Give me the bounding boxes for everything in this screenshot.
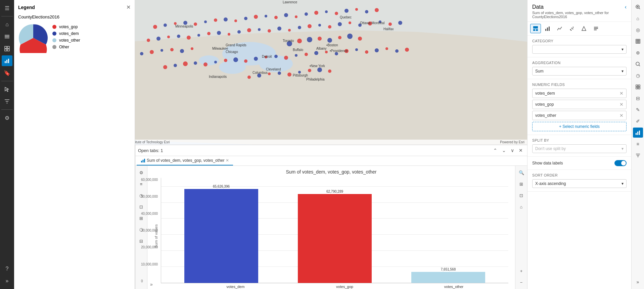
map-screen-btn[interactable]: ⊡ — [517, 191, 526, 200]
rt-layers-icon[interactable] — [633, 36, 643, 46]
bookmark-icon[interactable]: 🔖 — [2, 67, 12, 78]
svg-rect-5 — [5, 49, 7, 51]
basemap-icon[interactable] — [2, 43, 12, 54]
sort-order-dropdown[interactable]: X-axis ascending ▾ — [532, 179, 627, 188]
bar-chart-title: Sum of votes_dem, votes_gop, votes_other — [154, 169, 508, 175]
rt-time-icon[interactable]: ◷ — [633, 70, 643, 81]
svg-point-55 — [277, 27, 281, 31]
rt-zoom-in-icon[interactable] — [633, 2, 643, 12]
show-labels-toggle[interactable] — [614, 160, 627, 166]
map-data-btn[interactable]: ⊞ — [517, 179, 526, 189]
remove-dem-btn[interactable]: ✕ — [619, 91, 624, 96]
dp-tab-table[interactable] — [530, 24, 541, 33]
aggregation-dropdown[interactable]: Sum ▾ — [532, 67, 627, 76]
bar-dem[interactable] — [184, 189, 258, 283]
svg-point-96 — [305, 53, 308, 56]
bar-other[interactable] — [411, 272, 485, 283]
svg-point-49 — [217, 31, 221, 35]
svg-point-93 — [274, 55, 278, 58]
close-chart-btn[interactable]: ✕ — [517, 147, 524, 154]
numeric-fields-section: Numeric fields votes_dem ✕ votes_gop ✕ v… — [527, 79, 631, 135]
legend-dot-other — [52, 45, 56, 49]
rt-search-icon[interactable] — [633, 59, 643, 69]
svg-point-48 — [207, 32, 211, 35]
map-area[interactable]: Minneapolis Milwaukee Grand Rapids Chica… — [14, 0, 527, 289]
svg-point-78 — [327, 38, 332, 43]
category-dropdown[interactable]: ▾ — [532, 45, 627, 54]
map-zoom-in-btn[interactable]: + — [517, 266, 526, 276]
numeric-fields-label: Numeric fields — [532, 83, 627, 87]
svg-rect-3 — [5, 46, 7, 48]
split-by-dropdown[interactable]: Don't use split by ▾ — [532, 144, 627, 153]
legend-items-list: votes_gop votes_dem votes_other Other — [52, 25, 80, 51]
svg-point-36 — [325, 10, 328, 13]
rt-locate-icon[interactable]: ◎ — [633, 25, 643, 35]
menu-icon[interactable]: ☰ — [2, 3, 12, 13]
expand-left-icon[interactable]: » — [2, 276, 12, 286]
settings-icon[interactable]: ⚙ — [2, 112, 12, 123]
remove-gop-btn[interactable]: ✕ — [619, 102, 624, 107]
chart-tab-main[interactable]: Sum of votes_dem, votes_gop, votes_other… — [137, 156, 233, 165]
svg-rect-136 — [141, 161, 142, 162]
toolbar-separator-1 — [1, 16, 13, 16]
show-data-labels-label: Show data labels — [532, 161, 563, 165]
field-name-other: votes_other — [535, 113, 556, 118]
svg-text:Quebec: Quebec — [340, 15, 352, 19]
rt-edit-icon[interactable]: ✎ — [633, 105, 643, 115]
svg-point-66 — [388, 22, 392, 26]
dp-tab-legend[interactable] — [579, 24, 589, 33]
bar-chart-area: Sum of votes_dem, votes_gop, votes_other… — [147, 166, 515, 289]
home-icon[interactable]: ⌂ — [2, 19, 12, 30]
rt-chart-data-icon[interactable] — [633, 128, 643, 138]
svg-rect-170 — [637, 132, 638, 135]
rt-collapse-icon[interactable]: » — [633, 277, 643, 287]
select-icon[interactable] — [2, 84, 12, 95]
field-name-dem: votes_dem — [535, 91, 555, 96]
rt-home-icon[interactable]: ⌂ — [633, 13, 643, 23]
svg-rect-4 — [7, 46, 9, 48]
dp-tab-scatter[interactable] — [566, 24, 577, 33]
map-home-btn[interactable]: ⌂ — [517, 202, 526, 211]
svg-rect-142 — [545, 29, 546, 31]
chart-icon[interactable] — [2, 55, 12, 66]
rt-compass-icon[interactable]: ⊛ — [633, 48, 643, 58]
chart-settings-btn[interactable]: ⚙ — [137, 168, 146, 177]
minimize-btn[interactable]: ∨ — [509, 147, 516, 154]
bar-chart-content: Sum of values 0 10,000,000 20,000,000 30… — [154, 178, 508, 289]
dp-tab-line[interactable] — [554, 24, 565, 33]
svg-point-62 — [349, 21, 351, 24]
rt-measure-icon[interactable]: ⊟ — [633, 93, 643, 103]
help-icon[interactable]: ? — [2, 263, 12, 274]
legend-close-btn[interactable]: ✕ — [126, 4, 131, 10]
select-numeric-fields-btn[interactable]: + Select numeric fields — [532, 122, 627, 131]
chart-tab-close[interactable]: ✕ — [226, 158, 229, 163]
rt-data-icon[interactable] — [633, 82, 643, 92]
svg-point-149 — [572, 29, 573, 30]
numeric-field-votes-other: votes_other ✕ — [532, 111, 627, 120]
svg-point-46 — [187, 36, 191, 40]
map-search-btn[interactable]: 🔍 — [517, 168, 526, 177]
legend-item-other-votes: votes_other — [52, 38, 80, 43]
collapse-down-btn[interactable]: ⌄ — [500, 147, 508, 154]
collapse-up-btn[interactable]: ⌃ — [492, 147, 499, 154]
rt-sketch-icon[interactable]: ✐ — [633, 116, 643, 126]
dp-tab-text[interactable] — [591, 24, 601, 33]
layers-icon[interactable] — [2, 31, 12, 42]
svg-rect-169 — [636, 133, 637, 135]
svg-point-31 — [274, 16, 278, 19]
bar-gop[interactable] — [298, 194, 372, 283]
map-zoom-out-btn[interactable]: − — [517, 278, 526, 287]
svg-point-18 — [199, 55, 219, 65]
dp-tab-bar[interactable] — [542, 24, 553, 33]
svg-line-164 — [639, 65, 640, 66]
svg-rect-0 — [5, 36, 9, 37]
panel-back-btn[interactable]: ‹ — [625, 4, 627, 10]
filter-icon[interactable] — [2, 96, 12, 107]
svg-text:•Boston: •Boston — [326, 43, 338, 47]
pie-chart-container: votes_gop votes_dem votes_other Other — [18, 23, 131, 53]
expand-bottom-icon[interactable]: » — [150, 282, 153, 287]
split-by-chevron: ▾ — [622, 146, 624, 151]
rt-table-icon[interactable]: ≡ — [633, 139, 643, 149]
remove-other-btn[interactable]: ✕ — [619, 113, 624, 118]
rt-filter-map-icon[interactable] — [633, 150, 643, 160]
